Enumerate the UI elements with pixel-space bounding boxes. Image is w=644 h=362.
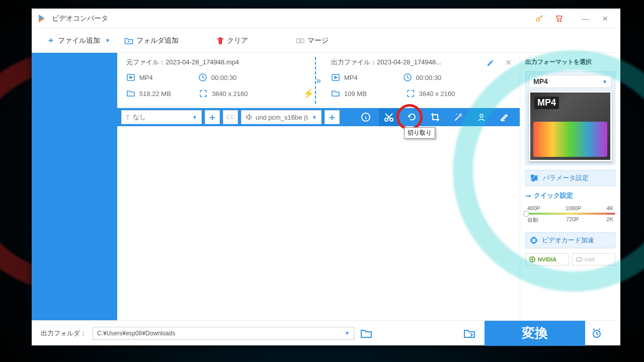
clear-label: クリア [227, 36, 248, 45]
svg-point-13 [531, 175, 533, 177]
add-folder-label: フォルダ追加 [136, 36, 179, 45]
intel-badge[interactable]: Intel [572, 253, 616, 265]
browse-folder-button[interactable] [360, 328, 375, 338]
cc-button[interactable]: CC [223, 110, 238, 124]
speaker-icon [246, 114, 253, 121]
timer-alarm-button[interactable] [591, 328, 611, 339]
chip-icon [530, 236, 538, 244]
svg-point-19 [576, 257, 582, 261]
nvidia-eye-icon [529, 256, 536, 263]
resolution-slider[interactable]: 480P 1080P 4K 自動 720P 2K [525, 205, 615, 227]
format-card[interactable]: MP4 ▼ MP4 [525, 71, 615, 165]
svg-point-2 [560, 20, 561, 21]
format-select[interactable]: MP4 ▼ [529, 75, 612, 88]
source-duration: 00:00:30 [211, 74, 237, 81]
nvidia-badge[interactable]: NVIDIA [525, 253, 569, 265]
add-file-button[interactable]: ＋ ファイル追加 ▼ [42, 33, 115, 48]
add-audio-button[interactable]: ＋ [325, 110, 340, 124]
svg-rect-3 [297, 39, 300, 43]
source-file-title: 元ファイル：2023-04-28_174948.mp4 [126, 58, 306, 67]
app-window: ビデオコンバータ — ✕ ＋ ファイル追加 ▼ フォルダ追加 クリア [32, 9, 620, 345]
main-content: 元ファイル：2023-04-28_174948.mp4 MP4 00:00:30 [117, 53, 520, 320]
folder-icon [331, 89, 340, 98]
app-logo-icon [37, 13, 48, 24]
output-duration: 00:00:30 [416, 74, 442, 81]
clock-icon [198, 73, 207, 82]
main-toolbar: ＋ ファイル追加 ▼ フォルダ追加 クリア マージ [32, 29, 620, 53]
cut-tooltip: 切り取り [404, 127, 435, 139]
thumb-format-label: MP4 [534, 97, 559, 109]
folder-icon [126, 89, 135, 98]
resolution-icon [199, 89, 208, 98]
open-output-folder-button[interactable] [463, 328, 478, 338]
clear-button[interactable]: クリア [212, 34, 253, 47]
output-resolution: 3840 x 2160 [419, 90, 455, 98]
output-size: 109 MB [344, 90, 367, 98]
title-bar: ビデオコンバータ — ✕ [32, 9, 620, 29]
output-file-title: 出力ファイル：2023-04-28_174948... [331, 58, 511, 67]
effects-tool[interactable] [448, 108, 468, 126]
dropdown-arrow-icon: ▼ [345, 330, 350, 336]
convert-button[interactable]: 変換 [485, 321, 585, 346]
watermark-tool[interactable] [471, 108, 492, 126]
left-sidebar [32, 53, 117, 320]
scale-auto: 自動 [527, 216, 538, 224]
window-title: ビデオコンバータ [52, 14, 535, 23]
dropdown-arrow-icon: ▼ [602, 79, 607, 84]
add-folder-button[interactable]: フォルダ追加 [119, 34, 184, 47]
merge-label: マージ [307, 36, 329, 45]
svg-rect-4 [301, 39, 304, 43]
parameter-settings-button[interactable]: パラメータ設定 [525, 170, 615, 186]
edit-pencil-icon[interactable] [487, 59, 495, 67]
format-thumbnail: MP4 [529, 91, 612, 161]
resolution-icon [406, 89, 415, 98]
remove-file-button[interactable]: ✕ [505, 58, 512, 67]
scale-480p: 480P [527, 205, 540, 211]
quick-settings-title: ⊸ クイック設定 [525, 191, 615, 200]
close-window-button[interactable]: ✕ [595, 15, 615, 23]
dropdown-arrow-icon: ▼ [312, 115, 317, 120]
source-resolution: 3840 x 2160 [212, 90, 248, 98]
svg-point-12 [480, 114, 483, 117]
video-format-icon [331, 73, 340, 82]
svg-point-15 [532, 179, 534, 181]
rotate-tool[interactable] [402, 108, 422, 126]
license-key-icon[interactable] [535, 14, 555, 23]
svg-point-1 [557, 20, 558, 21]
output-folder-select[interactable]: C:¥Users¥esp08¥Downloads ▼ [93, 327, 354, 340]
svg-point-0 [536, 18, 539, 21]
intel-icon [576, 256, 583, 263]
footer-bar: 出力フォルダ： C:¥Users¥esp08¥Downloads ▼ 変換 [32, 320, 620, 345]
edit-tool[interactable] [495, 108, 515, 126]
add-file-label: ファイル追加 [58, 36, 100, 45]
bullet-icon: ⊸ [525, 192, 531, 200]
svg-rect-16 [532, 238, 536, 242]
gpu-accel-button[interactable]: ビデオカード加速 [525, 232, 615, 248]
crop-tool[interactable] [425, 108, 445, 126]
subtitle-select[interactable]: T なし ▼ [121, 110, 202, 124]
slider-knob[interactable] [523, 211, 529, 217]
svg-point-17 [530, 257, 535, 262]
scale-720p: 720P [566, 216, 579, 224]
cut-trim-tool[interactable] [379, 108, 399, 126]
cart-icon[interactable] [555, 14, 575, 23]
add-subtitle-button[interactable]: ＋ [205, 110, 220, 124]
body: 元ファイル：2023-04-28_174948.mp4 MP4 00:00:30 [32, 53, 620, 320]
svg-point-18 [531, 258, 533, 260]
svg-point-14 [535, 177, 537, 179]
audio-track-select[interactable]: und pcm_s16be (t ▼ [241, 110, 321, 124]
source-file-pane: 元ファイル：2023-04-28_174948.mp4 MP4 00:00:30 [117, 53, 315, 108]
dropdown-arrow-icon: ▼ [192, 115, 197, 120]
dropdown-arrow-icon[interactable]: ▼ [105, 38, 110, 43]
source-size: 518.22 MB [139, 90, 171, 98]
chevron-right-icon: › [318, 75, 321, 85]
text-t-icon: T [126, 114, 130, 121]
empty-area [117, 126, 520, 320]
minimize-button[interactable]: — [575, 15, 595, 23]
plus-icon: ＋ [47, 35, 55, 46]
merge-button[interactable]: マージ [291, 34, 334, 47]
scale-4k: 4K [607, 205, 613, 211]
file-info-panel: 元ファイル：2023-04-28_174948.mp4 MP4 00:00:30 [117, 53, 520, 108]
info-tool[interactable] [356, 108, 376, 126]
output-format: MP4 [344, 74, 358, 81]
